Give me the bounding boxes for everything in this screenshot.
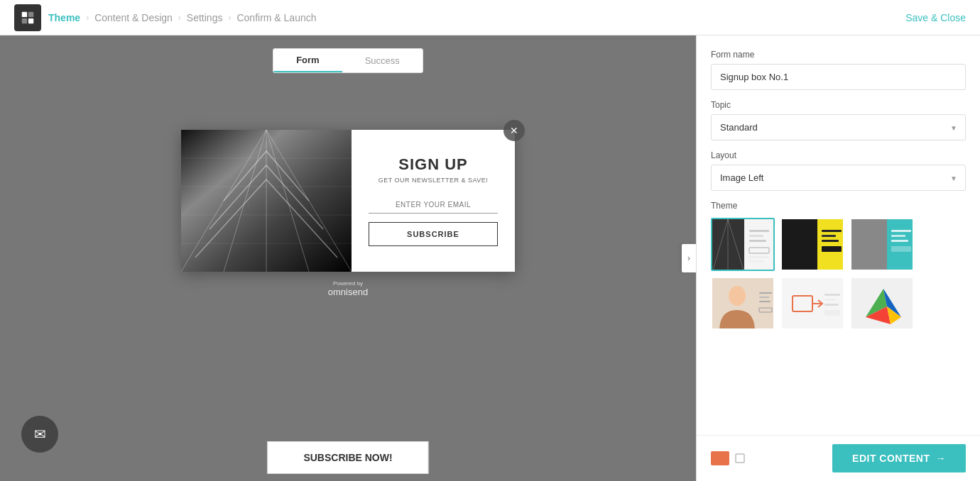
form-content: SIGN UP GET OUR NEWSLETTER & SAVE! SUBSC… — [352, 130, 515, 272]
preview-area: Form Success ✕ — [0, 35, 696, 481]
omnisend-name: omnisend — [328, 287, 368, 297]
breadcrumb-content-design[interactable]: Content & Design — [94, 12, 173, 23]
email-input-preview[interactable] — [369, 197, 498, 214]
topic-select[interactable]: Standard Promotional Newsletter — [711, 114, 966, 140]
topic-label: Topic — [711, 100, 966, 110]
theme-teal-gray[interactable] — [850, 218, 914, 271]
svg-rect-40 — [759, 297, 769, 298]
success-tab[interactable]: Success — [342, 49, 423, 72]
svg-rect-33 — [891, 230, 911, 232]
form-name-input[interactable] — [711, 64, 966, 90]
bottom-bar: EDIT CONTENT → — [697, 435, 980, 481]
svg-rect-48 — [824, 304, 839, 306]
form-image — [181, 130, 352, 272]
tab-bar: Form Success — [273, 48, 423, 73]
layout-select-wrapper: Image Left Image Right No Image ▼ — [711, 165, 966, 191]
theme-section-label: Theme — [711, 201, 966, 211]
breadcrumb-settings[interactable]: Settings — [187, 12, 223, 23]
svg-rect-36 — [891, 246, 911, 252]
layout-label: Layout — [711, 150, 966, 160]
mail-icon-button[interactable]: ✉ — [21, 416, 58, 453]
right-panel-body: Form name Topic Standard Promotional New… — [697, 35, 980, 435]
theme-grid — [711, 218, 966, 330]
svg-rect-28 — [822, 235, 836, 237]
theme-portrait[interactable] — [711, 277, 775, 330]
svg-rect-26 — [817, 219, 844, 271]
form-widget: ✕ — [181, 130, 515, 272]
layout-select[interactable]: Image Left Image Right No Image — [711, 165, 966, 191]
edit-content-button[interactable]: EDIT CONTENT → — [832, 444, 966, 472]
form-subtitle: GET OUR NEWSLETTER & SAVE! — [379, 177, 489, 184]
topic-select-wrapper: Standard Promotional Newsletter ▼ — [711, 114, 966, 140]
collapse-icon: › — [687, 253, 690, 263]
svg-rect-39 — [759, 292, 772, 294]
svg-rect-1 — [28, 11, 33, 16]
svg-rect-34 — [891, 235, 905, 237]
svg-rect-27 — [822, 230, 842, 232]
theme-move-arrow[interactable] — [780, 277, 844, 330]
svg-rect-23 — [749, 256, 769, 258]
svg-rect-3 — [28, 18, 33, 23]
breadcrumb-theme[interactable]: Theme — [48, 12, 80, 23]
svg-rect-46 — [824, 294, 840, 296]
breadcrumb-confirm-launch[interactable]: Confirm & Launch — [236, 12, 316, 23]
main-layout: Form Success ✕ — [0, 35, 980, 481]
svg-rect-24 — [749, 260, 763, 262]
form-tab[interactable]: Form — [273, 49, 342, 72]
orange-icon — [711, 451, 729, 465]
theme-dark-yellow[interactable] — [780, 218, 844, 271]
svg-rect-49 — [824, 310, 840, 316]
collapse-arrow[interactable]: › — [682, 244, 696, 272]
arrow-right-icon: → — [936, 453, 947, 464]
form-name-label: Form name — [711, 50, 966, 60]
edit-content-label: EDIT CONTENT — [852, 453, 930, 464]
top-nav: Theme › Content & Design › Settings › Co… — [0, 0, 980, 35]
svg-rect-30 — [822, 246, 842, 252]
save-close-button[interactable]: Save & Close — [905, 12, 966, 23]
svg-rect-19 — [749, 230, 769, 232]
theme-bw-architecture[interactable] — [711, 218, 775, 271]
breadcrumb: Theme › Content & Design › Settings › Co… — [48, 12, 317, 23]
omnisend-brand: Powered by omnisend — [328, 280, 368, 297]
svg-rect-0 — [22, 11, 27, 16]
svg-rect-25 — [782, 219, 817, 271]
close-button[interactable]: ✕ — [503, 120, 525, 141]
breadcrumb-sep-2: › — [178, 13, 181, 23]
svg-rect-20 — [749, 235, 763, 237]
subscribe-button-preview[interactable]: SUBSCRIBE — [369, 222, 498, 246]
mail-icon: ✉ — [34, 426, 46, 443]
svg-rect-18 — [744, 219, 775, 271]
theme-origami-bird[interactable] — [850, 277, 914, 330]
svg-rect-31 — [851, 219, 887, 271]
svg-rect-32 — [887, 219, 914, 271]
svg-rect-35 — [891, 240, 908, 242]
logo-button[interactable] — [14, 4, 41, 31]
close-icon: ✕ — [510, 125, 518, 136]
svg-rect-29 — [822, 240, 839, 242]
gray-icon — [735, 453, 745, 463]
svg-rect-2 — [22, 18, 27, 23]
nav-left: Theme › Content & Design › Settings › Co… — [14, 4, 317, 31]
subscribe-now-button[interactable]: SUBSCRIBE NOW! — [267, 441, 428, 474]
svg-point-38 — [729, 286, 746, 306]
svg-rect-14 — [712, 219, 744, 271]
right-panel: Form name Topic Standard Promotional New… — [696, 35, 980, 481]
svg-rect-21 — [749, 240, 766, 242]
breadcrumb-sep-1: › — [86, 13, 89, 23]
bottom-icons — [711, 451, 745, 465]
form-title: SIGN UP — [398, 155, 467, 174]
svg-rect-47 — [824, 299, 836, 301]
powered-by-text: Powered by — [328, 280, 368, 287]
breadcrumb-sep-3: › — [228, 13, 231, 23]
svg-rect-41 — [759, 301, 771, 302]
